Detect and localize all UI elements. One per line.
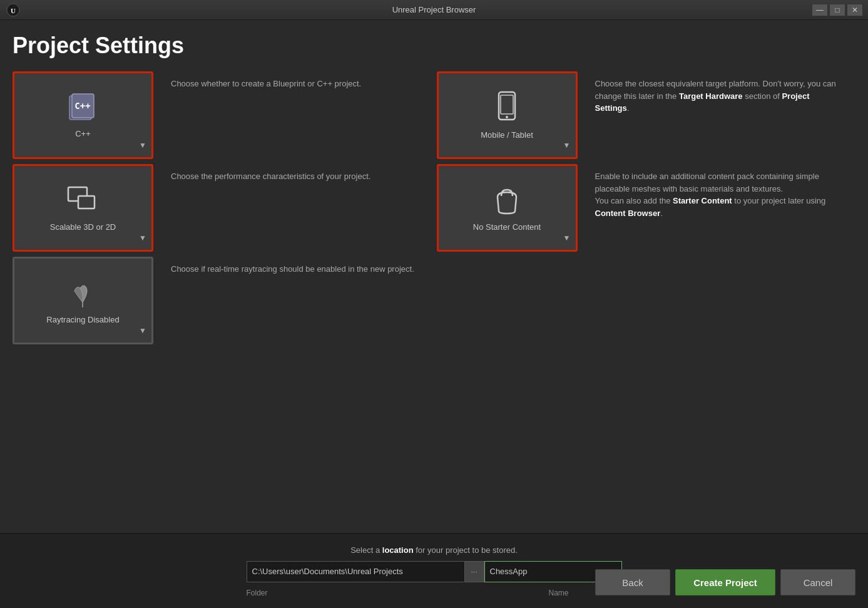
raytracing-description: Choose if real-time raytracing should be… xyxy=(161,257,432,282)
no-starter-option-tile[interactable]: No Starter Content ▼ xyxy=(437,164,578,252)
back-button[interactable]: Back xyxy=(595,569,670,595)
page-title: Project Settings xyxy=(13,33,855,59)
mobile-label: Mobile / Tablet xyxy=(481,130,533,140)
no-starter-dropdown-icon: ▼ xyxy=(563,234,571,242)
no-starter-description: Enable to include an additional content … xyxy=(586,164,856,225)
window-title: Unreal Project Browser xyxy=(392,5,476,14)
folder-label: Folder xyxy=(247,589,268,597)
no-starter-icon xyxy=(491,185,523,217)
mobile-dropdown-icon: ▼ xyxy=(563,141,571,150)
svg-point-7 xyxy=(506,116,508,118)
scalable-option-tile[interactable]: Scalable 3D or 2D ▼ xyxy=(13,164,153,252)
name-label: Name xyxy=(548,589,568,597)
raytracing-dropdown-icon: ▼ xyxy=(139,326,146,335)
folder-input[interactable] xyxy=(247,561,484,582)
minimize-button[interactable]: — xyxy=(812,4,828,16)
scalable-label: Scalable 3D or 2D xyxy=(50,222,116,232)
settings-grid: C++ C++ ▼ Choose whether to create a Blu… xyxy=(13,71,855,344)
cpp-option-tile[interactable]: C++ C++ ▼ xyxy=(13,71,153,159)
mobile-icon xyxy=(491,91,523,125)
raytracing-icon xyxy=(66,277,100,310)
bottom-bar: Select a location for your project to be… xyxy=(0,533,868,608)
window-controls: — □ ✕ xyxy=(812,4,863,16)
svg-rect-9 xyxy=(78,196,94,209)
close-button[interactable]: ✕ xyxy=(847,4,863,16)
location-inputs: ··· xyxy=(247,561,622,582)
raytracing-label: Raytracing Disabled xyxy=(46,315,119,324)
no-starter-label: No Starter Content xyxy=(473,222,541,232)
create-project-button[interactable]: Create Project xyxy=(675,569,775,595)
raytracing-option-tile[interactable]: Raytracing Disabled ▼ xyxy=(13,257,153,344)
svg-text:U: U xyxy=(11,6,16,14)
title-bar: U Unreal Project Browser — □ ✕ xyxy=(0,0,868,20)
cpp-description: Choose whether to create a Blueprint or … xyxy=(161,71,432,96)
mobile-description: Choose the closest equivalent target pla… xyxy=(586,71,856,121)
input-labels: Folder Name xyxy=(243,589,625,597)
scalable-description: Choose the performance characteristics o… xyxy=(161,164,432,189)
svg-rect-6 xyxy=(501,95,513,114)
svg-rect-5 xyxy=(499,92,515,120)
maximize-button[interactable]: □ xyxy=(829,4,845,16)
cpp-label: C++ xyxy=(75,129,91,138)
location-label: Select a location for your project to be… xyxy=(350,545,518,555)
scalable-dropdown-icon: ▼ xyxy=(139,234,146,242)
ue-logo: U xyxy=(6,3,20,17)
cancel-button[interactable]: Cancel xyxy=(780,569,855,595)
mobile-option-tile[interactable]: Mobile / Tablet ▼ xyxy=(437,71,578,159)
main-content: Project Settings C++ C++ ▼ Choose whethe… xyxy=(0,20,868,533)
folder-input-wrapper: ··· xyxy=(247,561,484,582)
cpp-icon: C++ xyxy=(64,93,102,124)
scalable-icon xyxy=(66,185,100,217)
cpp-dropdown-icon: ▼ xyxy=(139,141,146,150)
folder-browse-button[interactable]: ··· xyxy=(464,561,484,582)
bottom-buttons: Back Create Project Cancel xyxy=(595,569,855,595)
svg-text:C++: C++ xyxy=(74,101,90,111)
